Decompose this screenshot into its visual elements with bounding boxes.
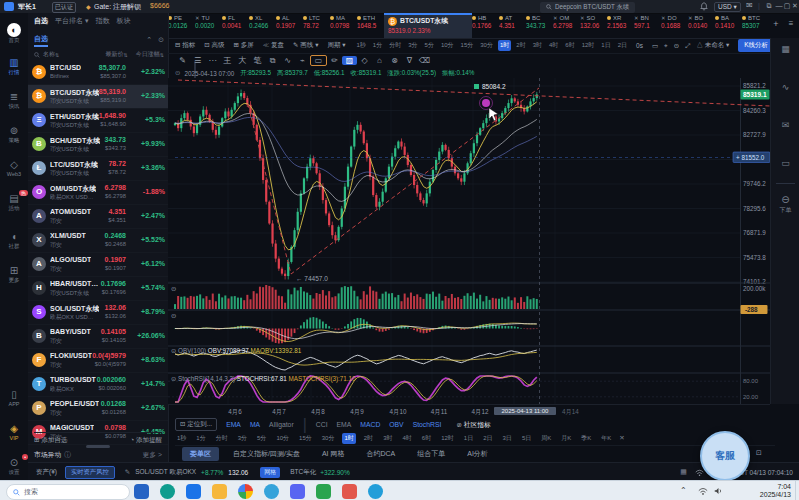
period-2时[interactable]: 2时	[514, 40, 527, 51]
taskbar-app-icon-3[interactable]	[186, 484, 201, 499]
grid-badge[interactable]: 网格	[260, 467, 280, 478]
period-bottom-10分[interactable]: 10分	[274, 433, 291, 444]
column-price[interactable]: 最新价	[106, 50, 124, 59]
watchlist-row[interactable]: PPEOPLE/USDT币安0.01268$0.01268+2.67%	[28, 397, 168, 421]
period-bottom-1分[interactable]: 1分	[194, 433, 207, 444]
taskbar-app-icon-2[interactable]	[160, 484, 175, 499]
taskbar-clock[interactable]: 7:04 2025/4/13	[760, 483, 791, 499]
locate-button[interactable]: ⊡ 定位到...	[175, 418, 217, 431]
watchlist-row[interactable]: ɃBCH/USDT永续币安USDT永续343.73$343.73+9.93%	[28, 133, 168, 157]
info-icon[interactable]: ⓘ	[64, 450, 71, 460]
community-indicators-button[interactable]: ⊙ 社区指标	[456, 420, 490, 430]
ticker-item[interactable]: ✕SO132.06	[580, 13, 607, 38]
bell-icon[interactable]	[700, 2, 708, 11]
period-bottom-6时[interactable]: 6时	[420, 433, 433, 444]
status-sol-pair[interactable]: SOL/USDT 欧易OKX	[135, 468, 196, 477]
watchlist-row[interactable]: TTURBO/USDT欧易OKX0.002060$0.002060+14.7%	[28, 373, 168, 397]
template-selector[interactable]: △ 未命名 ▾	[696, 41, 729, 50]
volume-panel-collapse-icon[interactable]: ⊙	[171, 285, 176, 293]
lines-tool-icon[interactable]: ☰	[190, 56, 205, 65]
sidebar-item-快讯[interactable]: ≣快讯	[0, 91, 28, 110]
more-link[interactable]: 更多 >	[143, 450, 162, 460]
taskbar-app-icon-4[interactable]	[212, 484, 227, 499]
wave-tool-icon[interactable]: ∿	[280, 56, 295, 65]
period-bottom-5分[interactable]: 5分	[255, 433, 268, 444]
sidebar-item-活动[interactable]: ▤活动热	[0, 193, 28, 212]
layout-icon[interactable]: ▦	[771, 44, 799, 54]
obv-indicator-name[interactable]: OBV(100)	[178, 347, 206, 354]
ticker-item[interactable]: MA0.0798	[330, 13, 357, 38]
tray-expand-icon[interactable]: ⌃	[680, 486, 687, 495]
bottom-tab-合约DCA[interactable]: 合约DCA	[366, 449, 395, 459]
kline-icon[interactable]: ∿	[771, 82, 799, 92]
ticker-item[interactable]: LTC78.72	[303, 13, 330, 38]
indicator-tab-StochRSI[interactable]: StochRSI	[413, 421, 442, 428]
sidebar-item-设置[interactable]: ⊙设置•	[0, 457, 28, 476]
assets-label[interactable]: 资产(¥)	[36, 468, 57, 477]
period-分时[interactable]: 分时	[387, 40, 403, 51]
ticker-item[interactable]: ✕DO0.1688	[661, 13, 688, 38]
panel-layout-icon[interactable]: ⊡	[756, 449, 762, 457]
ticker-item[interactable]: BC343.73	[526, 13, 553, 38]
ticker-item[interactable]: AL0.1907	[276, 13, 303, 38]
taskbar-app-icon-7[interactable]	[290, 484, 305, 499]
chat-icon[interactable]: ✉	[771, 120, 799, 130]
watch-tab-板块[interactable]: 板块	[116, 16, 130, 26]
period-3时[interactable]: 3时	[531, 40, 544, 51]
subtab-favorites[interactable]: 自选	[34, 34, 48, 47]
period-12时[interactable]: 12时	[580, 40, 597, 51]
sidebar-item-策略[interactable]: ⊚策略	[0, 125, 28, 144]
watchlist-row[interactable]: ΞETH/USDT永续币安USDT永续1,648.90$1,648.90+5.3…	[28, 109, 168, 133]
ticker-item[interactable]: XL0.2466	[249, 13, 276, 38]
sidebar-item-更多[interactable]: ⊞更多	[0, 265, 28, 284]
collapse-icon[interactable]: ⌃	[146, 36, 152, 44]
ticker-item[interactable]: AT4.351	[499, 13, 526, 38]
settings-icon[interactable]: ⊙	[674, 42, 679, 50]
pencil-tool-icon[interactable]: ✎	[175, 56, 190, 65]
sidebar-item-行情[interactable]: ▥行情	[0, 57, 28, 76]
period-bottom-5日[interactable]: 5日	[520, 433, 533, 444]
sidebar-item-VIP[interactable]: ◈VIP	[0, 423, 28, 442]
watch-tab-平台排名[interactable]: 平台排名 ▾	[55, 16, 88, 26]
filter-tool-icon[interactable]: ∇	[402, 56, 417, 65]
toolbar-高级-button[interactable]: ⊡ 高级	[204, 41, 224, 50]
text-tool-wang-icon[interactable]: 王	[220, 55, 235, 66]
clear-tool-icon[interactable]: ⊗	[387, 56, 402, 65]
period-bottom-4时[interactable]: 4时	[400, 433, 413, 444]
period-3分[interactable]: 3分	[406, 40, 419, 51]
column-name[interactable]: 名称	[43, 50, 55, 59]
bottom-tab-AI分析[interactable]: AI分析	[467, 449, 488, 459]
orders-icon[interactable]: ▭	[771, 158, 799, 168]
delete-tool-icon[interactable]: ⌫	[417, 56, 432, 65]
period-bottom-季K[interactable]: 季K	[579, 433, 593, 444]
indicator-tab-EMA[interactable]: EMA	[337, 421, 352, 428]
sidebar-item-APP[interactable]: ▯APP	[0, 389, 28, 408]
ticker-item[interactable]: ✕OM6.2798	[553, 13, 580, 38]
indicator-tab-OBV[interactable]: OBV	[389, 421, 403, 428]
annotate-tool-icon[interactable]: ✏	[327, 56, 342, 65]
market-moves-label[interactable]: 市场异动	[34, 450, 61, 460]
watchlist-row[interactable]: SSOL/USDT永续欧易OKX USD…132.06$132.06+8.79%	[28, 301, 168, 325]
ticker-item[interactable]: FL0.0041	[222, 13, 249, 38]
taskbar-app-icon-6[interactable]	[264, 484, 279, 499]
obv-panel-collapse-icon[interactable]: ⊙	[171, 347, 178, 354]
indicator-tab-MACD[interactable]: MACD	[360, 421, 380, 428]
watchlist-row[interactable]: XXLM/USDT币安0.2468$0.2468+5.52%	[28, 229, 168, 253]
mail-icon[interactable]: ✉	[746, 1, 753, 10]
watchlist-row[interactable]: AALGO/USDT币安0.1907$0.1907+6.12%	[28, 253, 168, 277]
period-4时[interactable]: 4时	[547, 40, 560, 51]
stochrsi-indicator-name[interactable]: StochRSI(14,14,3,3)	[178, 375, 235, 382]
snapshot-icon[interactable]: ▭	[652, 42, 658, 50]
watchlist-row[interactable]: ₿BTC/USDT永续币安USDT永续85,319.0$85,319.0+2.3…	[28, 85, 168, 109]
period-bottom-2日[interactable]: 2日	[481, 433, 494, 444]
taskbar-app-icon-8[interactable]	[316, 484, 331, 499]
sidebar-item-Web3[interactable]: ◇Web3	[0, 159, 28, 178]
toolbar-指标-button[interactable]: ⊟ 指标	[175, 41, 195, 50]
watchlist-row[interactable]: AATOM/USDT币安4.351$4.351+2.47%	[28, 205, 168, 229]
bottom-tab-AI 网格[interactable]: AI 网格	[322, 449, 345, 459]
period-bottom-3分[interactable]: 3分	[236, 433, 249, 444]
crosshair-icon[interactable]: ⌖	[664, 42, 668, 50]
sidebar-item-首页[interactable]: ◐首页	[0, 23, 28, 44]
promo-text[interactable]: Gate: 注册解锁	[94, 2, 141, 12]
ticker-item[interactable]: ✕BN597.1	[634, 13, 661, 38]
